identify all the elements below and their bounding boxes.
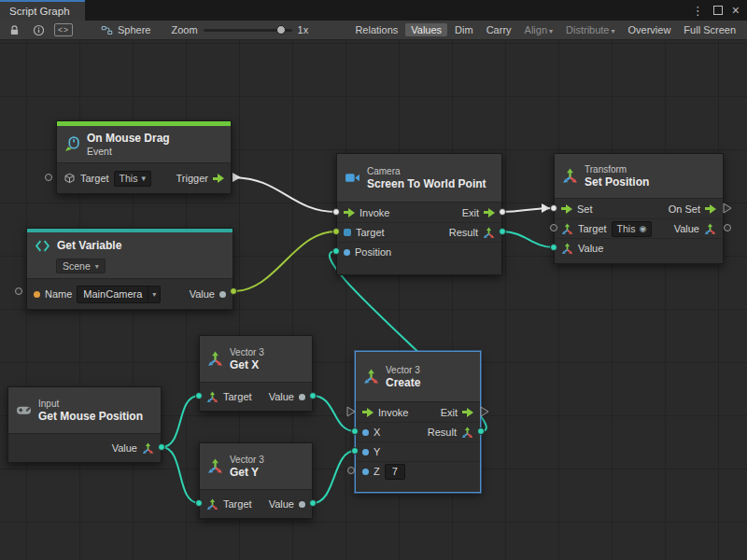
vector3-icon	[561, 243, 573, 255]
camera-icon	[345, 170, 360, 186]
vector3-icon	[363, 369, 379, 385]
port-setpos-onset[interactable]	[724, 203, 731, 213]
fullscreen-button[interactable]: Full Screen	[678, 23, 741, 36]
cube-icon	[63, 173, 76, 185]
float-port-dot	[362, 429, 369, 436]
port-label-result: Result	[428, 427, 457, 438]
wire-getx-to-x[interactable]	[313, 396, 355, 431]
wire-variable-to-target[interactable]	[233, 231, 336, 291]
node-header: Input Get Mouse Position	[8, 387, 161, 434]
node-header: Get Variable	[27, 232, 233, 259]
port-label-on-set: On Set	[669, 203, 700, 215]
port-label-target: Target	[80, 173, 109, 184]
node-title: Set Position	[585, 175, 649, 189]
graph-asset[interactable]: Sphere	[101, 24, 150, 36]
node-title: Get Y	[230, 466, 264, 479]
flow-arrow-icon	[213, 174, 224, 183]
zoom-slider-handle[interactable]	[276, 25, 286, 35]
vector3-icon	[206, 391, 218, 403]
tab-bar: Script Graph ⋮ ×	[0, 0, 747, 21]
port-label-exit: Exit	[462, 207, 479, 218]
node-title: Get X	[230, 358, 264, 371]
toolbar-buttons: Relations Values Dim Carry Align▾ Distri…	[349, 23, 741, 36]
value-port-dot	[299, 394, 305, 400]
port-label-invoke: Invoke	[359, 207, 389, 218]
values-button[interactable]: Values	[405, 23, 447, 36]
variable-kind-dropdown[interactable]: Scene ▾	[56, 259, 106, 273]
port-create-z[interactable]	[348, 468, 355, 474]
align-button[interactable]: Align▾	[519, 23, 558, 36]
relations-button[interactable]: Relations	[349, 23, 403, 36]
node-category: Transform	[585, 164, 649, 175]
tab-script-graph[interactable]: Script Graph	[0, 0, 85, 21]
this-dropdown[interactable]: This ▾	[114, 171, 151, 187]
wire-arrowhead	[233, 173, 241, 182]
vector3-icon	[206, 498, 218, 511]
zoom-slider[interactable]	[204, 29, 292, 32]
variable-name-dropdown[interactable]: MainCamera ▾	[77, 286, 161, 303]
port-create-exit[interactable]	[481, 407, 488, 416]
dim-button[interactable]: Dim	[449, 23, 479, 36]
float-port-dot	[362, 449, 369, 455]
node-get-variable[interactable]: Get Variable Scene ▾ Name MainCamera ▾	[26, 228, 233, 310]
vector3-icon	[207, 458, 223, 474]
overview-button[interactable]: Overview	[623, 23, 677, 36]
camera-type-icon	[344, 229, 351, 236]
node-title: Screen To World Point	[367, 177, 486, 190]
mouse-drag-icon	[64, 136, 80, 152]
scope-target-icon: ◉	[639, 224, 646, 233]
lock-icon[interactable]	[6, 22, 22, 37]
wire-result-to-value[interactable]	[502, 231, 554, 247]
info-icon[interactable]	[30, 22, 47, 37]
chevron-down-icon: ▾	[612, 27, 615, 35]
flow-arrow-icon	[705, 204, 716, 214]
carry-button[interactable]: Carry	[481, 23, 517, 36]
vector-port-dot	[344, 249, 350, 256]
wire-gety-to-y[interactable]	[313, 451, 355, 503]
node-title: Get Mouse Position	[38, 410, 143, 423]
node-category: Vector 3	[386, 365, 420, 375]
wire-mouse-to-gety[interactable]	[162, 447, 199, 503]
vector3-icon	[483, 227, 495, 239]
node-on-mouse-drag[interactable]: On Mouse Drag Event Target This ▾	[56, 120, 232, 194]
node-get-y[interactable]: Vector 3 Get Y Target Value	[199, 442, 313, 519]
port-getvar-name[interactable]	[16, 288, 22, 295]
zoom-value: 1x	[298, 24, 309, 35]
graph-canvas[interactable]: On Mouse Drag Event Target This ▾	[0, 40, 747, 560]
port-label-trigger: Trigger	[176, 173, 208, 184]
port-mousedrag-target[interactable]	[46, 175, 52, 181]
transform-type-icon	[561, 223, 573, 235]
distribute-button[interactable]: Distribute▾	[560, 23, 620, 36]
node-create-vector3[interactable]: Vector 3 Create Invoke Exit X Result	[355, 351, 481, 493]
wire-mouse-to-getx[interactable]	[162, 396, 199, 447]
node-subtitle: Event	[87, 146, 170, 157]
port-label-value: Value	[269, 498, 294, 510]
tab-spacer	[85, 0, 684, 21]
graph-asset-icon	[101, 24, 113, 36]
node-screen-to-world-point[interactable]: Camera Screen To World Point Invoke Exit…	[336, 153, 502, 275]
port-create-invoke[interactable]	[347, 407, 355, 416]
node-get-mouse-position[interactable]: Input Get Mouse Position Value	[7, 386, 162, 463]
port-label-set: Set	[577, 203, 593, 215]
node-category: Camera	[367, 166, 486, 176]
graph-asset-name: Sphere	[118, 24, 150, 35]
node-set-position[interactable]: Transform Set Position Set On Set Target…	[554, 153, 724, 264]
port-setpos-value-out[interactable]	[725, 225, 731, 231]
port-label-position: Position	[355, 246, 391, 258]
node-title: Get Variable	[57, 239, 121, 252]
variable-kind-row: Scene ▾	[27, 259, 233, 279]
node-title: On Mouse Drag	[87, 132, 170, 145]
this-scope-chip[interactable]: This ◉	[612, 221, 653, 237]
wire-trigger-to-invoke[interactable]	[233, 177, 336, 212]
flow-arrow-icon	[344, 208, 355, 217]
port-label-value: Value	[112, 442, 137, 454]
wire-exit-to-set[interactable]	[502, 208, 554, 212]
maximize-icon[interactable]	[713, 6, 723, 15]
kebab-menu-icon[interactable]: ⋮	[692, 5, 704, 17]
node-category: Vector 3	[230, 455, 264, 465]
window-buttons: ⋮ ×	[684, 0, 747, 21]
z-value-input[interactable]: 7	[385, 464, 405, 480]
code-icon[interactable]: <>	[54, 23, 73, 36]
close-icon[interactable]: ×	[732, 4, 740, 17]
node-get-x[interactable]: Vector 3 Get X Target Value	[199, 335, 313, 412]
